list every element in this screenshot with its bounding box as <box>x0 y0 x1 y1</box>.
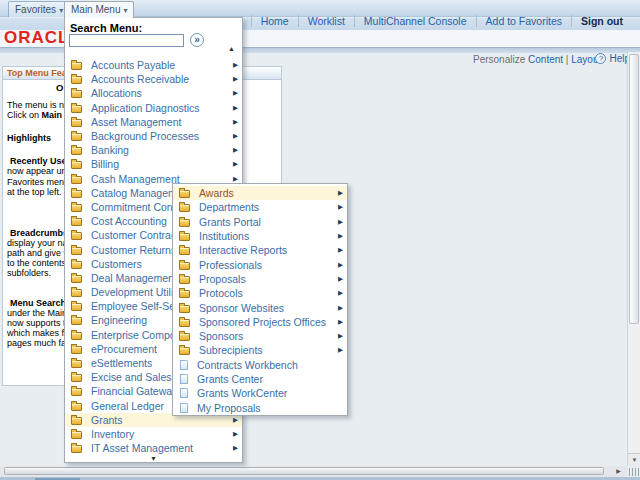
body-text-line: display your na <box>7 238 68 248</box>
folder-icon <box>71 76 82 84</box>
grants-submenu: Awards Departments Grants Portal Institu… <box>172 183 348 416</box>
folder-icon <box>71 119 82 127</box>
submenu-arrow-icon <box>233 430 238 438</box>
submenu-item[interactable]: Interactive Reports <box>173 243 347 257</box>
submenu-item[interactable]: Grants Center <box>173 372 347 386</box>
folder-icon <box>71 176 82 184</box>
submenu-item[interactable]: Professionals <box>173 257 347 271</box>
nav-link-sign-out[interactable]: Sign out <box>571 15 632 27</box>
menu-scroll-up-button[interactable]: ▲ <box>228 45 235 52</box>
folder-icon <box>179 233 190 241</box>
folder-icon <box>71 261 82 269</box>
submenu-item-label: Contracts Workbench <box>197 359 298 371</box>
document-icon <box>180 403 188 413</box>
caret-down-icon: ▾ <box>59 6 63 15</box>
submenu-arrow-icon <box>338 232 343 240</box>
menu-item[interactable]: Inventory <box>65 427 242 441</box>
menu-item-label: Customer Contracts <box>91 229 184 241</box>
horizontal-scroll-right-button[interactable]: ▶ <box>612 466 625 477</box>
menu-search-button[interactable]: » <box>190 33 204 47</box>
menu-item[interactable]: Banking <box>65 143 242 157</box>
submenu-item-label: Proposals <box>199 273 246 285</box>
body-text-line: pages much fa <box>7 338 67 348</box>
submenu-arrow-icon <box>338 189 343 197</box>
submenu-item[interactable]: Proposals <box>173 272 347 286</box>
submenu-item[interactable]: Grants Portal <box>173 215 347 229</box>
menu-item-label: Inventory <box>91 428 134 440</box>
menu-item[interactable]: Asset Management <box>65 115 242 129</box>
submenu-item-label: Awards <box>199 187 234 199</box>
submenu-item[interactable]: Institutions <box>173 229 347 243</box>
menu-item[interactable]: Billing <box>65 157 242 171</box>
document-icon <box>180 374 188 384</box>
submenu-arrow-icon <box>233 89 238 97</box>
menu-item-label: Billing <box>91 158 119 170</box>
submenu-item-label: Interactive Reports <box>199 244 287 256</box>
nav-link-multichannel-console[interactable]: MultiChannel Console <box>354 15 476 27</box>
submenu-arrow-icon <box>233 61 238 69</box>
submenu-item-label: Sponsors <box>199 330 243 342</box>
menu-item[interactable]: Accounts Receivable <box>65 72 242 86</box>
menu-item[interactable]: Accounts Payable <box>65 58 242 72</box>
menu-item-label: Cost Accounting <box>91 215 167 227</box>
menu-item-label: Accounts Payable <box>91 59 175 71</box>
folder-icon <box>71 388 82 396</box>
menu-scroll-down-button[interactable]: ▼ <box>65 455 242 462</box>
peoplesoft-screen: Favorites▾ Main Menu▾ ORACLE Home Workli… <box>0 0 640 480</box>
menu-item-label: Allocations <box>91 87 142 99</box>
submenu-item[interactable]: Sponsor Websites <box>173 300 347 314</box>
submenu-item-label: Grants WorkCenter <box>197 387 287 399</box>
submenu-item[interactable]: Contracts Workbench <box>173 358 347 372</box>
body-text-line: at the top left. <box>7 187 72 197</box>
nav-link-worklist[interactable]: Worklist <box>298 15 354 27</box>
vertical-scroll-down-button[interactable]: ▼ <box>628 453 640 466</box>
submenu-item[interactable]: Grants WorkCenter <box>173 386 347 400</box>
body-text-line: under the Main <box>7 308 67 318</box>
pagelet-heading-fragment: O <box>56 83 63 93</box>
submenu-item[interactable]: Subrecipients <box>173 343 347 357</box>
breadcrumbs-section: Breadcrumbs display your na path and giv… <box>7 228 68 278</box>
folder-icon <box>71 133 82 141</box>
submenu-item-label: Protocols <box>199 287 243 299</box>
submenu-arrow-icon <box>338 203 343 211</box>
body-text-line: path and give y <box>7 248 68 258</box>
submenu-arrow-icon <box>338 289 343 297</box>
help-link[interactable]: ? Help <box>595 53 630 64</box>
menu-item-label: Asset Management <box>91 116 181 128</box>
folder-icon <box>71 417 82 425</box>
submenu-item[interactable]: My Proposals <box>173 400 347 414</box>
folder-icon <box>179 290 190 298</box>
submenu-item[interactable]: Departments <box>173 200 347 214</box>
menu-item[interactable]: Application Diagnostics <box>65 101 242 115</box>
personalize-content-link[interactable]: Content <box>528 54 563 65</box>
folder-icon <box>179 190 190 198</box>
submenu-item[interactable]: Sponsored Projects Offices <box>173 315 347 329</box>
horizontal-scrollbar[interactable]: ▶ <box>0 466 627 477</box>
menu-item[interactable]: Allocations <box>65 86 242 100</box>
submenu-arrow-icon <box>233 118 238 126</box>
nav-link-home[interactable]: Home <box>251 15 298 27</box>
folder-icon <box>71 403 82 411</box>
menu-search-input[interactable] <box>69 34 184 47</box>
menu-item[interactable]: Background Processes <box>65 129 242 143</box>
menu-item[interactable]: IT Asset Management <box>65 441 242 455</box>
vertical-scrollbar[interactable]: ▼ <box>627 52 640 466</box>
favorites-tab-label: Favorites <box>15 4 56 15</box>
submenu-item[interactable]: Protocols <box>173 286 347 300</box>
favorites-menu-tab[interactable]: Favorites▾ <box>8 1 70 17</box>
main-menu-tab[interactable]: Main Menu▾ <box>64 1 134 18</box>
menu-item-label: eProcurement <box>91 343 157 355</box>
folder-icon <box>179 305 190 313</box>
submenu-arrow-icon <box>233 146 238 154</box>
horizontal-scrollbar-thumb[interactable] <box>4 467 604 475</box>
submenu-item[interactable]: Sponsors <box>173 329 347 343</box>
vertical-scrollbar-thumb[interactable] <box>629 54 639 324</box>
submenu-item[interactable]: Awards <box>173 186 347 200</box>
folder-icon <box>179 347 190 355</box>
submenu-arrow-icon <box>233 104 238 112</box>
body-text-line: Favorites menu <box>7 177 72 187</box>
nav-link-add-to-favorites[interactable]: Add to Favorites <box>476 15 571 27</box>
menu-item-label: Deal Management <box>91 272 177 284</box>
menu-item-label: Grants <box>91 414 123 426</box>
folder-icon <box>71 247 82 255</box>
